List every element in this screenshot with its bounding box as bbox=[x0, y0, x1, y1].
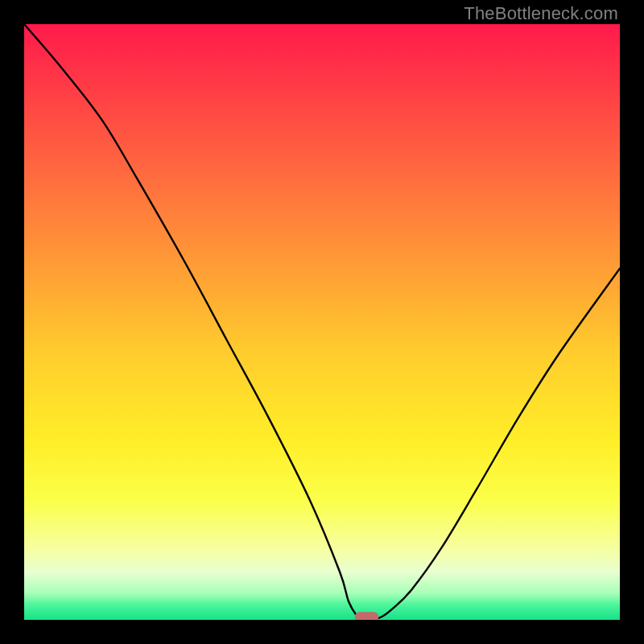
watermark-text: TheBottleneck.com bbox=[464, 3, 618, 24]
chart-plot-area bbox=[24, 24, 620, 620]
optimal-marker bbox=[355, 612, 379, 620]
chart-frame: TheBottleneck.com bbox=[0, 0, 644, 644]
chart-svg bbox=[24, 24, 620, 620]
chart-background-gradient bbox=[24, 24, 620, 620]
